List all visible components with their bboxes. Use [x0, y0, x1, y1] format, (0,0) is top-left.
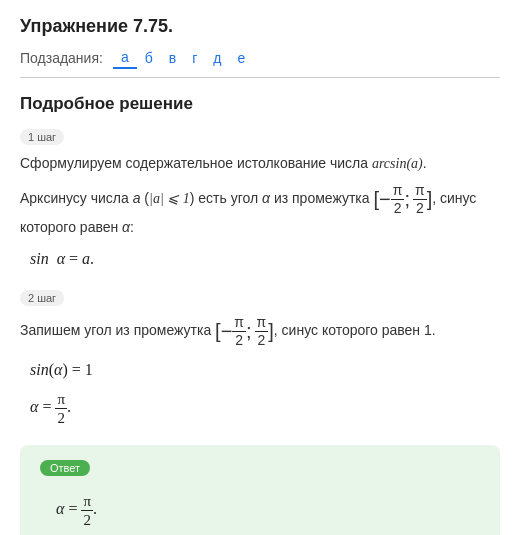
subtask-a[interactable]: а: [113, 47, 137, 69]
answer-box: Ответ α = π 2 .: [20, 445, 500, 535]
step-2: 2 шаг Запишем угол из промежутка [ −π2; …: [20, 289, 500, 427]
step-1-description: Сформулируем содержательное истолкование…: [20, 153, 500, 174]
subtask-d[interactable]: д: [205, 48, 229, 68]
subtask-b[interactable]: б: [137, 48, 161, 68]
step-1: 1 шаг Сформулируем содержательное истолк…: [20, 128, 500, 271]
exercise-title: Упражнение 7.75.: [20, 16, 500, 37]
answer-formula: α = π 2 .: [56, 492, 480, 529]
subtask-e[interactable]: е: [229, 48, 253, 68]
step-1-body: Арксинусу числа a (|a| ⩽ 1) есть угол α …: [20, 182, 500, 238]
step-1-badge: 1 шаг: [20, 129, 64, 145]
step-2-description: Запишем угол из промежутка [ −π2; π2 ] ,…: [20, 314, 500, 349]
subtasks-label: Подзадания:: [20, 50, 103, 66]
step-2-formula-1: sin(α) = 1: [30, 357, 500, 383]
subtask-g[interactable]: г: [184, 48, 205, 68]
subtasks-row: Подзадания: а б в г д е: [20, 47, 500, 78]
step-2-badge: 2 шаг: [20, 290, 64, 306]
step-1-formula: sin α = a.: [30, 246, 500, 272]
answer-badge: Ответ: [40, 460, 90, 476]
step-2-formula-2: α = π 2 .: [30, 390, 500, 427]
subtask-v[interactable]: в: [161, 48, 184, 68]
solution-title: Подробное решение: [20, 94, 500, 114]
